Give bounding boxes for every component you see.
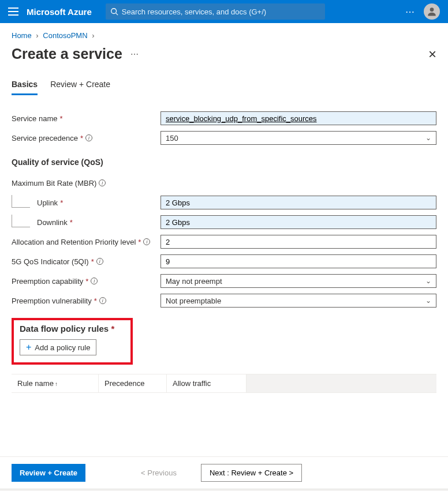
footer: Review + Create < Previous Next : Review… bbox=[0, 456, 448, 489]
plus-icon: + bbox=[26, 343, 31, 352]
avatar[interactable] bbox=[424, 3, 440, 20]
col-precedence[interactable]: Precedence bbox=[98, 374, 166, 393]
chevron-down-icon: ⌄ bbox=[425, 134, 431, 142]
preempt-cap-label: Preemption capability* i bbox=[12, 277, 160, 286]
page-title: Create a service bbox=[12, 46, 122, 62]
review-create-button[interactable]: Review + Create bbox=[12, 464, 85, 482]
col-blank bbox=[246, 374, 436, 393]
info-icon[interactable]: i bbox=[96, 258, 103, 265]
close-icon[interactable]: × bbox=[428, 47, 436, 61]
downlink-input[interactable] bbox=[160, 215, 436, 229]
add-policy-rule-button[interactable]: + Add a policy rule bbox=[20, 339, 96, 355]
info-icon[interactable]: i bbox=[99, 179, 106, 186]
chevron-right-icon: › bbox=[92, 31, 94, 40]
downlink-label: Downlink* bbox=[12, 215, 160, 230]
arp-input[interactable] bbox=[160, 235, 436, 249]
info-icon[interactable]: i bbox=[99, 297, 106, 304]
col-rule-name[interactable]: Rule name↑ bbox=[12, 374, 98, 393]
top-header: Microsoft Azure ⋯ bbox=[0, 0, 448, 23]
sort-asc-icon: ↑ bbox=[55, 381, 58, 387]
service-precedence-label: Service precedence* i bbox=[12, 134, 160, 143]
mbr-label: Maximum Bit Rate (MBR) i bbox=[12, 179, 160, 188]
fiveqi-label: 5G QoS Indicator (5QI)* i bbox=[12, 257, 160, 266]
brand-label: Microsoft Azure bbox=[27, 7, 92, 17]
preempt-vul-select[interactable]: Not preemptable⌄ bbox=[160, 294, 436, 308]
policy-rules-highlight: Data flow policy rules * + Add a policy … bbox=[12, 318, 133, 365]
person-icon bbox=[426, 6, 438, 17]
tab-basics[interactable]: Basics bbox=[12, 76, 38, 95]
form: Service name* Service precedence* i 150⌄… bbox=[0, 95, 448, 456]
service-name-input[interactable] bbox=[160, 111, 436, 125]
info-icon[interactable]: i bbox=[143, 238, 150, 245]
policy-rules-table: Rule name↑ Precedence Allow traffic bbox=[12, 374, 436, 393]
breadcrumb: Home › ContosoPMN › bbox=[0, 23, 448, 43]
chevron-down-icon: ⌄ bbox=[425, 277, 431, 285]
service-precedence-select[interactable]: 150⌄ bbox=[160, 131, 436, 145]
preempt-vul-label: Preemption vulnerability* i bbox=[12, 297, 160, 305]
search-bar[interactable] bbox=[106, 3, 325, 20]
search-icon bbox=[110, 8, 118, 16]
service-name-label: Service name* bbox=[12, 114, 160, 123]
header-more-icon[interactable]: ⋯ bbox=[405, 6, 416, 17]
svg-line-1 bbox=[115, 13, 118, 16]
search-input[interactable] bbox=[122, 8, 320, 16]
policy-rules-heading: Data flow policy rules * bbox=[20, 324, 125, 333]
preempt-cap-select[interactable]: May not preempt⌄ bbox=[160, 274, 436, 288]
chevron-down-icon: ⌄ bbox=[425, 297, 431, 305]
horizontal-scrollbar[interactable]: ◀ ▶ bbox=[0, 489, 448, 491]
svg-point-2 bbox=[430, 8, 434, 12]
breadcrumb-home[interactable]: Home bbox=[12, 31, 32, 40]
col-allow-traffic[interactable]: Allow traffic bbox=[166, 374, 246, 393]
qos-heading: Quality of service (QoS) bbox=[12, 158, 436, 167]
breadcrumb-contosopmn[interactable]: ContosoPMN bbox=[43, 31, 87, 40]
svg-point-0 bbox=[111, 9, 117, 14]
uplink-label: Uplink* bbox=[12, 195, 160, 210]
info-icon[interactable]: i bbox=[91, 278, 98, 284]
uplink-input[interactable] bbox=[160, 196, 436, 209]
info-icon[interactable]: i bbox=[85, 134, 92, 141]
arp-label: Allocation and Retention Priority level*… bbox=[12, 238, 160, 246]
chevron-right-icon: › bbox=[36, 31, 38, 40]
title-more-icon[interactable]: ⋯ bbox=[130, 50, 139, 59]
title-row: Create a service ⋯ × bbox=[0, 43, 448, 76]
previous-button: < Previous bbox=[133, 464, 185, 482]
next-button[interactable]: Next : Review + Create > bbox=[201, 464, 302, 482]
hamburger-icon[interactable] bbox=[8, 8, 18, 16]
fiveqi-input[interactable] bbox=[160, 254, 436, 268]
tab-review-create[interactable]: Review + Create bbox=[50, 76, 110, 95]
tabs: Basics Review + Create bbox=[0, 76, 448, 95]
